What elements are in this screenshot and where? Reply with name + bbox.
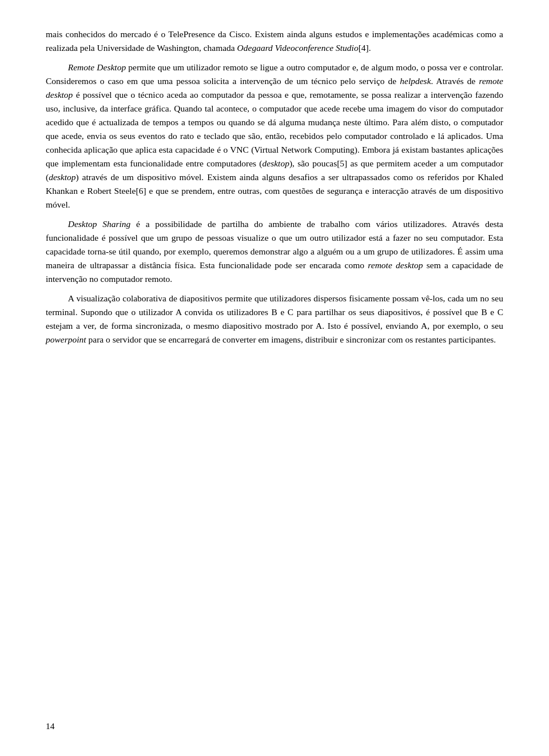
paragraph-2: Remote Desktop permite que um utilizador…	[46, 61, 503, 212]
page: mais conhecidos do mercado é o TelePrese…	[0, 0, 549, 756]
page-number: 14	[46, 719, 55, 733]
paragraph-4: A visualização colaborativa de diapositi…	[46, 292, 503, 347]
main-content: mais conhecidos do mercado é o TelePrese…	[46, 27, 503, 347]
paragraph-3: Desktop Sharing é a possibilidade de par…	[46, 217, 503, 286]
paragraph-1: mais conhecidos do mercado é o TelePrese…	[46, 27, 503, 55]
